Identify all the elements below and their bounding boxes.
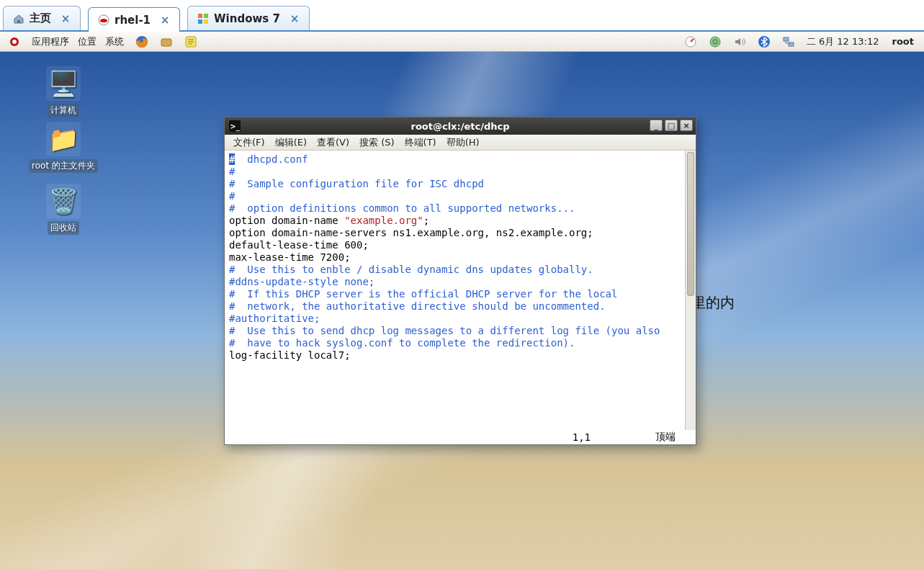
terminal-line: # Sample configuration file for ISC dhcp… (229, 178, 681, 190)
svg-rect-14 (784, 37, 789, 41)
host-tab-home[interactable]: 主页 × (3, 6, 81, 30)
close-icon[interactable]: × (159, 14, 171, 26)
terminal-titlebar[interactable]: >_ root@clx:/etc/dhcp _ □ × (225, 117, 696, 135)
terminal-line: #authoritative; (229, 313, 681, 325)
svg-rect-0 (17, 20, 20, 23)
terminal-line: # Use this to enble / disable dynamic dn… (229, 264, 681, 276)
terminal-line: #ddns-update-style none; (229, 276, 681, 288)
terminal-line: # Use this to send dhcp log messages to … (229, 325, 681, 337)
gnome-top-panel: 应用程序位置系统 二 6月 12 13:12 root (0, 32, 924, 52)
host-tab-windows[interactable]: Windows 7 × (187, 6, 310, 30)
terminal-line: # (229, 190, 681, 202)
svg-point-7 (12, 40, 17, 44)
terminal-line: # (229, 166, 681, 178)
close-icon[interactable]: × (289, 13, 300, 24)
terminal-line: default-lease-time 600; (229, 239, 681, 251)
close-icon[interactable]: × (60, 13, 71, 24)
panel-menu-系统[interactable]: 系统 (101, 35, 128, 48)
terminal-line: option domain-name "example.org"; (229, 215, 681, 227)
host-tab-label: rhel-1 (115, 14, 151, 27)
terminal-line: log-facility local7; (229, 349, 681, 362)
terminal-menu-item[interactable]: 文件(F) (229, 135, 269, 151)
trash-icon: 🗑️ (46, 184, 81, 218)
update-icon[interactable] (704, 34, 726, 50)
svg-rect-5 (204, 19, 208, 24)
desktop-icon-computer[interactable]: 🖥️ 计算机 (20, 66, 107, 117)
host-tab-label: Windows 7 (214, 12, 280, 25)
host-tab-strip: 主页 × rhel-1 × Windows 7 × (0, 0, 924, 32)
terminal-line: option domain-name-servers ns1.example.o… (229, 227, 681, 239)
package-icon[interactable] (156, 34, 177, 50)
terminal-scrollbar[interactable] (685, 151, 696, 430)
cursor-position: 1,1 (573, 431, 591, 443)
terminal-text-area[interactable]: # dhcpd.conf## Sample configuration file… (225, 151, 685, 430)
terminal-menu-item[interactable]: 终端(T) (400, 135, 441, 151)
terminal-line: # option definitions common to all suppo… (229, 202, 681, 215)
svg-rect-4 (198, 19, 202, 24)
panel-datetime[interactable]: 二 6月 12 13:12 (802, 34, 884, 50)
scroll-position: 顶端 (655, 431, 676, 444)
host-tab-label: 主页 (30, 12, 51, 25)
terminal-menu-item[interactable]: 搜索 (S) (355, 135, 399, 151)
panel-user[interactable]: root (887, 36, 920, 47)
computer-icon: 🖥️ (46, 66, 81, 101)
maximize-button[interactable]: □ (665, 120, 678, 131)
volume-icon[interactable] (729, 34, 750, 50)
terminal-line: # network, the authoritative directive s… (229, 300, 681, 313)
terminal-menu-item[interactable]: 查看(V) (313, 135, 354, 151)
bluetooth-icon[interactable] (753, 34, 775, 50)
desktop-icon-label: 计算机 (48, 104, 79, 117)
notes-icon[interactable] (180, 34, 202, 50)
network-icon[interactable] (778, 34, 799, 50)
svg-rect-9 (161, 39, 171, 46)
host-tab-redhat[interactable]: rhel-1 × (88, 7, 180, 32)
svg-rect-3 (204, 14, 208, 18)
terminal-menu-item[interactable]: 帮助(H) (442, 135, 484, 151)
desktop-icon-home-folder[interactable]: 📁 root 的主文件夹 (20, 122, 107, 173)
desktop-icon-trash[interactable]: 🗑️ 回收站 (20, 184, 107, 235)
close-button[interactable]: × (680, 120, 693, 131)
terminal-menubar: 文件(F)编辑(E)查看(V)搜索 (S)终端(T)帮助(H) (225, 135, 696, 151)
svg-rect-2 (198, 14, 202, 18)
home-folder-icon: 📁 (46, 122, 81, 156)
firefox-icon[interactable] (131, 34, 153, 50)
panel-menu-位置[interactable]: 位置 (73, 35, 101, 48)
terminal-status-line: 1,1 顶端 (225, 430, 696, 444)
windows-icon (197, 12, 210, 25)
desktop-icon-label: root 的主文件夹 (29, 159, 98, 173)
guest-vm-viewport: 应用程序位置系统 二 6月 12 13:12 root 🖥️ (0, 32, 924, 569)
home-icon (12, 12, 25, 25)
terminal-menu-item[interactable]: 编辑(E) (271, 135, 311, 151)
cpu-monitor-icon[interactable] (680, 34, 701, 50)
terminal-icon: >_ (229, 120, 241, 132)
desktop-icon-label: 回收站 (48, 221, 79, 235)
terminal-window[interactable]: >_ root@clx:/etc/dhcp _ □ × 文件(F)编辑(E)查看… (224, 117, 696, 445)
svg-point-12 (710, 37, 720, 47)
redhat-icon (97, 14, 110, 27)
terminal-line: max-lease-time 7200; (229, 251, 681, 264)
terminal-line: # dhcpd.conf (229, 153, 681, 166)
terminal-title: root@clx:/etc/dhcp (411, 121, 509, 132)
minimize-button[interactable]: _ (650, 120, 663, 131)
terminal-line: # If this DHCP server is the official DH… (229, 288, 681, 300)
desktop-area[interactable]: 🖥️ 计算机📁 root 的主文件夹🗑️ 回收站 我们打开的文件里的内 容应该是… (0, 52, 924, 569)
terminal-line: # have to hack syslog.conf to complete t… (229, 337, 681, 349)
panel-menu-应用程序[interactable]: 应用程序 (27, 35, 73, 48)
scrollbar-thumb[interactable] (687, 152, 694, 296)
panel-logo-icon[interactable] (4, 35, 24, 49)
